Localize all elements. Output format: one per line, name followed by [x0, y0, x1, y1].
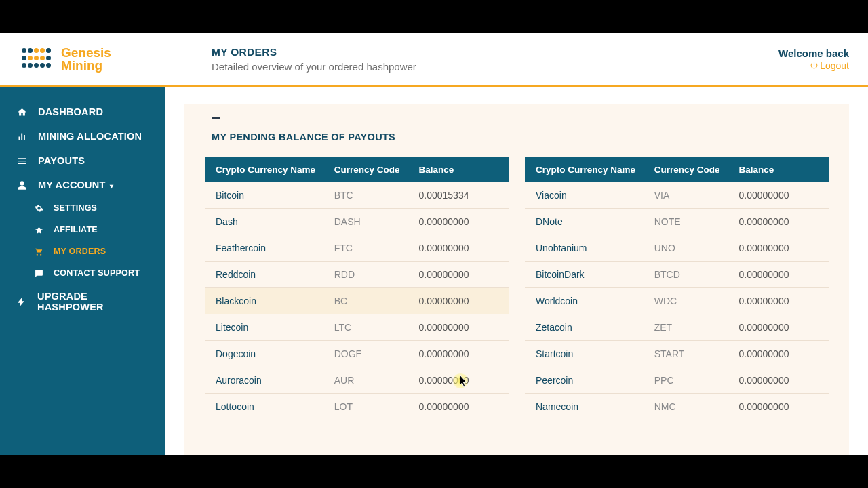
- table-row[interactable]: UnobtaniumUNO0.00000000: [525, 235, 829, 262]
- cell-code: UNO: [654, 243, 739, 253]
- cell-balance: 0.00000000: [739, 401, 818, 412]
- table-row[interactable]: DogecoinDOGE0.00000000: [205, 341, 509, 367]
- cell-code: BTC: [334, 190, 419, 201]
- cell-name: Litecoin: [216, 322, 334, 333]
- power-icon: [810, 61, 818, 70]
- cell-name: Blackcoin: [216, 296, 334, 306]
- sidebar-subitem-settings[interactable]: SETTINGS: [0, 197, 165, 219]
- sidebar-item-upgrade-hashpower[interactable]: UPGRADE HASHPOWER: [0, 284, 165, 319]
- panel-title: MY PENDING BALANCE OF PAYOUTS: [212, 131, 829, 142]
- cell-balance: 0.00000000: [739, 269, 818, 280]
- cell-balance: 0.00000000: [739, 190, 818, 201]
- table-row[interactable]: WorldcoinWDC0.00000000: [525, 288, 829, 314]
- sidebar-subitem-contact-support[interactable]: CONTACT SUPPORT: [0, 262, 165, 284]
- cell-name: Viacoin: [536, 190, 654, 201]
- cell-balance: 0.00000000: [739, 375, 818, 386]
- chat-icon: [34, 269, 43, 278]
- column-header-balance: Balance: [419, 165, 498, 175]
- cell-name: Dash: [216, 216, 334, 227]
- sidebar-subitem-label: MY ORDERS: [54, 247, 106, 256]
- sidebar-item-label: PAYOUTS: [38, 155, 85, 166]
- column-header-code: Currency Code: [654, 165, 739, 175]
- cell-balance: 0.00000000: [419, 401, 498, 412]
- cell-balance: 0.00000000: [419, 296, 498, 306]
- table-row[interactable]: BitcoinDarkBTCD0.00000000: [525, 262, 829, 288]
- cell-name: Auroracoin: [216, 375, 334, 386]
- cell-balance: 0.00000000: [419, 269, 498, 280]
- sidebar-item-label: MY ACCOUNT ▾: [38, 180, 114, 190]
- cell-balance: 0.00000000: [739, 243, 818, 253]
- payouts-panel: MY PENDING BALANCE OF PAYOUTS Crypto Cur…: [184, 104, 849, 455]
- page-subtitle: Detailed overview of your ordered hashpo…: [212, 61, 778, 73]
- cell-code: WDC: [654, 296, 739, 306]
- cell-balance: 0.00000000: [419, 348, 498, 359]
- collapse-icon[interactable]: [212, 117, 220, 119]
- gears-icon: [34, 204, 43, 213]
- cell-name: BitcoinDark: [536, 269, 654, 280]
- logo-text: Genesis Mining: [61, 46, 111, 72]
- sidebar-subitem-label: SETTINGS: [54, 203, 97, 213]
- cell-name: Unobtanium: [536, 243, 654, 253]
- cell-balance: 0.00000000: [739, 296, 818, 306]
- sidebar-item-payouts[interactable]: PAYOUTS: [0, 148, 165, 173]
- cell-code: PPC: [654, 375, 739, 386]
- cell-code: NMC: [654, 401, 739, 412]
- cell-name: DNote: [536, 216, 654, 227]
- sidebar-item-mining-allocation[interactable]: MINING ALLOCATION: [0, 124, 165, 148]
- header-user-area: Welcome back Logout: [778, 47, 849, 71]
- table-row[interactable]: NamecoinNMC0.00000000: [525, 394, 829, 420]
- cell-balance: 0.00000000: [739, 322, 818, 333]
- cell-balance: 0.00015334: [419, 190, 498, 201]
- page-title: MY ORDERS: [212, 46, 778, 58]
- table-row[interactable]: ViacoinVIA0.00000000: [525, 182, 829, 209]
- table-row[interactable]: LitecoinLTC0.00000000: [205, 314, 509, 341]
- mouse-cursor-icon: [460, 375, 469, 388]
- cell-balance: 0.00000000: [739, 348, 818, 359]
- logo[interactable]: Genesis Mining: [22, 46, 198, 72]
- sidebar-item-label: DASHBOARD: [38, 106, 103, 117]
- cell-name: Worldcoin: [536, 296, 654, 306]
- table-row[interactable]: PeercoinPPC0.00000000: [525, 367, 829, 394]
- chevron-down-icon: ▾: [108, 182, 113, 190]
- sidebar-subitem-label: AFFILIATE: [54, 225, 98, 235]
- cell-code: ZET: [654, 322, 739, 333]
- column-header-name: Crypto Currency Name: [216, 165, 334, 175]
- sidebar-item-dashboard[interactable]: DASHBOARD: [0, 100, 165, 124]
- table-row[interactable]: StartcoinSTART0.00000000: [525, 341, 829, 367]
- cell-code: FTC: [334, 243, 419, 253]
- table-row[interactable]: ZetacoinZET0.00000000: [525, 314, 829, 341]
- sidebar-item-label: MINING ALLOCATION: [38, 131, 142, 142]
- table-row[interactable]: DashDASH0.00000000: [205, 209, 509, 235]
- bars-icon: [16, 131, 27, 142]
- cell-code: LTC: [334, 322, 419, 333]
- cell-name: Namecoin: [536, 401, 654, 412]
- cell-name: Peercoin: [536, 375, 654, 386]
- sidebar-subitem-affiliate[interactable]: AFFILIATE: [0, 219, 165, 241]
- sidebar-item-label: UPGRADE HASHPOWER: [37, 291, 149, 312]
- page-heading: MY ORDERS Detailed overview of your orde…: [198, 46, 778, 73]
- cell-code: LOT: [334, 401, 419, 412]
- cell-code: NOTE: [654, 216, 739, 227]
- cell-balance: 0.00000000: [419, 216, 498, 227]
- logout-link[interactable]: Logout: [778, 60, 849, 71]
- table-row[interactable]: DNoteNOTE0.00000000: [525, 209, 829, 235]
- cell-code: AUR: [334, 375, 419, 386]
- sidebar-item-my-account[interactable]: MY ACCOUNT ▾: [0, 173, 165, 197]
- payouts-table-right: Crypto Currency Name Currency Code Balan…: [525, 157, 829, 420]
- table-row[interactable]: FeathercoinFTC0.00000000: [205, 235, 509, 262]
- cell-code: VIA: [654, 190, 739, 201]
- cell-name: Feathercoin: [216, 243, 334, 253]
- cell-code: RDD: [334, 269, 419, 280]
- cell-code: BC: [334, 296, 419, 306]
- sidebar-subitem-my-orders[interactable]: MY ORDERS: [0, 241, 165, 262]
- table-row[interactable]: BitcoinBTC0.00015334: [205, 182, 509, 209]
- cell-name: Lottocoin: [216, 401, 334, 412]
- cell-name: Startcoin: [536, 348, 654, 359]
- cell-code: START: [654, 348, 739, 359]
- star-icon: [34, 226, 43, 235]
- logo-icon: [22, 48, 53, 70]
- table-row[interactable]: BlackcoinBC0.00000000: [205, 288, 509, 314]
- table-row[interactable]: ReddcoinRDD0.00000000: [205, 262, 509, 288]
- table-row[interactable]: LottocoinLOT0.00000000: [205, 394, 509, 420]
- header-bar: Genesis Mining MY ORDERS Detailed overvi…: [0, 33, 868, 87]
